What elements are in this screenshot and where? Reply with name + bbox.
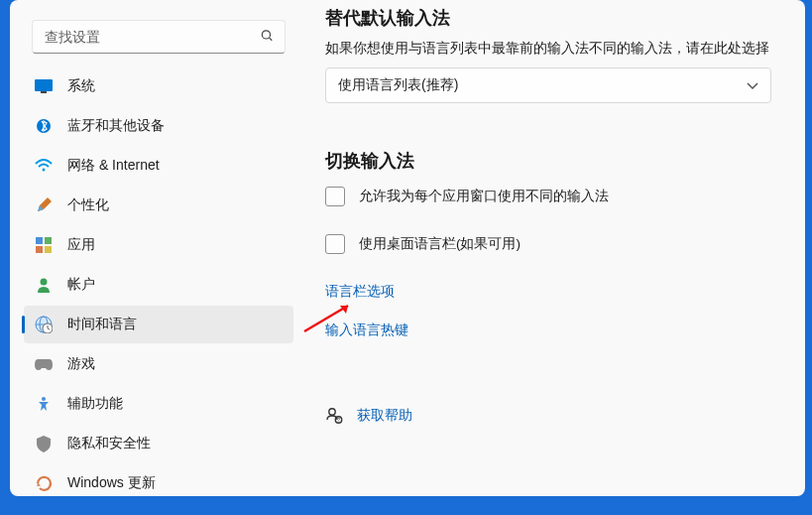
sidebar-item-label: 隐私和安全性: [67, 435, 151, 452]
personalize-icon: [34, 195, 54, 215]
search-input[interactable]: [32, 20, 286, 54]
chevron-down-icon: [747, 77, 758, 93]
checkbox-desktop-langbar[interactable]: [325, 234, 345, 254]
gaming-icon: [34, 354, 54, 374]
settings-window: 系统 蓝牙和其他设备 网络 & Internet 个性化: [10, 0, 805, 496]
default-ime-select[interactable]: 使用语言列表(推荐): [325, 67, 771, 103]
svg-rect-2: [35, 79, 53, 91]
sidebar-item-privacy[interactable]: 隐私和安全性: [24, 425, 293, 462]
check-label: 允许我为每个应用窗口使用不同的输入法: [359, 188, 609, 205]
select-value: 使用语言列表(推荐): [338, 76, 458, 94]
sidebar-item-gaming[interactable]: 游戏: [24, 345, 293, 383]
wifi-icon: [34, 156, 54, 176]
sidebar-item-label: 应用: [67, 236, 95, 254]
svg-point-18: [329, 409, 335, 415]
help-icon: ?: [325, 407, 343, 425]
link-row: 输入语言热键: [325, 321, 787, 339]
svg-rect-7: [45, 237, 52, 244]
svg-point-17: [42, 397, 46, 401]
apps-icon: [34, 235, 54, 255]
account-icon: [34, 275, 54, 295]
link-input-hotkeys[interactable]: 输入语言热键: [325, 322, 408, 337]
svg-point-5: [43, 169, 46, 172]
checkbox-per-window[interactable]: [325, 187, 345, 206]
sidebar-item-label: 辅助功能: [67, 395, 123, 413]
bluetooth-icon: [34, 116, 54, 136]
sidebar-item-label: 时间和语言: [67, 316, 137, 333]
svg-rect-9: [45, 246, 52, 253]
time-language-icon: [34, 315, 54, 334]
sidebar-item-label: 蓝牙和其他设备: [67, 117, 165, 135]
privacy-icon: [34, 434, 54, 453]
sidebar-item-label: 网络 & Internet: [67, 157, 160, 175]
help-row: ? 获取帮助: [325, 407, 787, 425]
sidebar-item-time-language[interactable]: 时间和语言: [24, 306, 293, 343]
svg-rect-8: [36, 246, 43, 253]
section-desc: 如果你想使用与语言列表中最靠前的输入法不同的输入法，请在此处选择: [325, 40, 787, 58]
display-icon: [34, 76, 54, 96]
check-row-desktop-langbar: 使用桌面语言栏(如果可用): [325, 234, 787, 254]
svg-point-10: [41, 279, 48, 286]
sidebar-item-label: 游戏: [67, 355, 95, 373]
accessibility-icon: [34, 394, 54, 414]
sidebar-item-personalization[interactable]: 个性化: [24, 187, 293, 224]
link-row: 语言栏选项: [325, 282, 787, 301]
section-default-ime: 替代默认输入法 如果你想使用与语言列表中最靠前的输入法不同的输入法，请在此处选择…: [325, 6, 787, 103]
sidebar-item-system[interactable]: 系统: [24, 67, 293, 105]
search-wrap: [32, 20, 286, 54]
link-get-help[interactable]: 获取帮助: [357, 407, 412, 425]
section-switch-ime: 切换输入法 允许我为每个应用窗口使用不同的输入法 使用桌面语言栏(如果可用) 语…: [325, 149, 787, 425]
link-langbar-options[interactable]: 语言栏选项: [325, 284, 395, 299]
svg-text:?: ?: [337, 417, 340, 423]
svg-rect-6: [36, 237, 43, 244]
sidebar-item-network[interactable]: 网络 & Internet: [24, 147, 293, 185]
sidebar-item-apps[interactable]: 应用: [24, 226, 293, 264]
main-content: 替代默认输入法 如果你想使用与语言列表中最靠前的输入法不同的输入法，请在此处选择…: [307, 0, 805, 496]
sidebar-item-label: 系统: [67, 77, 95, 95]
sidebar-item-label: Windows 更新: [67, 474, 156, 492]
sidebar-item-label: 个性化: [67, 196, 109, 214]
section-title: 替代默认输入法: [325, 6, 787, 30]
section-title: 切换输入法: [325, 149, 787, 173]
sidebar-item-label: 帐户: [67, 276, 95, 294]
sidebar-item-accessibility[interactable]: 辅助功能: [24, 385, 293, 423]
sidebar: 系统 蓝牙和其他设备 网络 & Internet 个性化: [10, 0, 307, 496]
sidebar-item-update[interactable]: Windows 更新: [24, 464, 293, 496]
check-label: 使用桌面语言栏(如果可用): [359, 235, 521, 253]
sidebar-item-bluetooth[interactable]: 蓝牙和其他设备: [24, 107, 293, 145]
svg-rect-3: [41, 91, 47, 93]
update-icon: [34, 473, 54, 493]
sidebar-item-accounts[interactable]: 帐户: [24, 266, 293, 304]
check-row-per-window: 允许我为每个应用窗口使用不同的输入法: [325, 187, 787, 206]
sidebar-nav: 系统 蓝牙和其他设备 网络 & Internet 个性化: [18, 67, 299, 496]
